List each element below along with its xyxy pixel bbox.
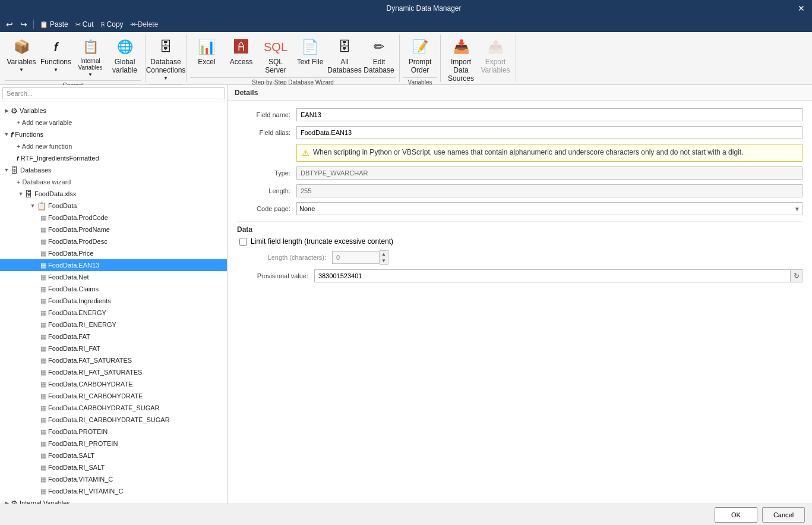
sql-server-icon: SQL [266,37,285,56]
import-icon: 📥 [451,37,470,56]
edit-database-button[interactable]: ✏ Edit Database [362,34,396,76]
field-icon-prodname: ▦ [40,226,46,234]
database-connections-button[interactable]: 🗄 Database Connections ▼ [149,34,182,83]
close-button[interactable]: ✕ [795,2,807,14]
add-new-function[interactable]: + Add new function [0,140,227,152]
import-data-sources-button[interactable]: 📥 Import Data Sources [444,34,478,84]
field-carb-sugar[interactable]: ▦ FoodData.CARBOHYDRATE_SUGAR [0,402,227,414]
functions-toggle: ▼ [2,131,11,137]
type-input[interactable] [296,166,802,180]
field-fat-saturates[interactable]: ▦ FoodData.FAT_SATURATES [0,354,227,366]
field-price[interactable]: ▦ FoodData.Price [0,247,227,259]
limit-field-label: Limit field length (truncate excessive c… [251,237,393,246]
variables-toggle: ▶ [2,108,11,114]
access-button[interactable]: 🅰 Access [225,34,258,70]
export-icon: 📤 [486,37,505,56]
fooddata-table-icon: 📋 [37,202,46,210]
field-salt[interactable]: ▦ FoodData.SALT [0,449,227,461]
global-variable-button[interactable]: 🌐 Global variable [108,34,141,76]
field-ingredients[interactable]: ▦ FoodData.Ingredients [0,295,227,307]
text-file-button[interactable]: 📄 Text File [293,34,327,70]
undo-button[interactable]: ↩ [4,18,15,30]
field-fat[interactable]: ▦ FoodData.FAT [0,331,227,342]
text-file-icon: 📄 [301,37,320,56]
field-icon-ri-carb: ▦ [40,392,46,400]
field-claims[interactable]: ▦ FoodData.Claims [0,283,227,295]
limit-field-checkbox[interactable] [239,238,247,246]
field-prodname[interactable]: ▦ FoodData.ProdName [0,224,227,235]
bottom-bar: OK Cancel [0,504,812,525]
fooddata-table-label: FoodData [48,202,77,209]
length-chars-input[interactable] [332,251,380,264]
add-function-label: + Add new function [17,143,72,150]
search-input[interactable] [2,87,225,99]
prompt-order-icon: 📝 [410,37,429,56]
field-icon-ean13: ▦ [40,262,46,269]
provisional-input[interactable] [314,269,791,282]
field-ri-carb-sugar[interactable]: ▦ FoodData.RI_CARBOHYDRATE_SUGAR [0,414,227,426]
field-ean13[interactable]: ▦ FoodData.EAN13 [0,259,227,271]
provisional-refresh-button[interactable]: ↻ [791,269,802,282]
field-icon-ri-vitamin-c: ▦ [40,488,46,495]
access-label: Access [230,58,253,66]
excel-button[interactable]: 📊 Excel [190,34,223,70]
tree-variables[interactable]: ▶ ⚙ Variables [0,105,227,117]
field-vitamin-c[interactable]: ▦ FoodData.VITAMIN_C [0,473,227,485]
field-ri-protein[interactable]: ▦ FoodData.RI_PROTEIN [0,438,227,449]
field-prodcode[interactable]: ▦ FoodData.ProdCode [0,212,227,224]
field-ri-fat[interactable]: ▦ FoodData.RI_FAT [0,342,227,354]
field-carbohydrate[interactable]: ▦ FoodData.CARBOHYDRATE [0,378,227,390]
rtf-function-node[interactable]: f RTF_IngredientsFormatted [0,152,227,164]
all-databases-button[interactable]: 🗄 All Databases [328,34,361,76]
field-ri-carbohydrate[interactable]: ▦ FoodData.RI_CARBOHYDRATE [0,390,227,402]
tree-internal-variables[interactable]: ▶ ⚙ Internal Variables [0,497,227,504]
db-wizard-node[interactable]: + Database wizard [0,176,227,188]
export-variables-button[interactable]: 📤 Export Variables [479,34,512,76]
spinner-up[interactable]: ▲ [380,251,388,257]
tree-databases[interactable]: ▼ 🗄 Databases [0,164,227,176]
variables-button[interactable]: 📦 Variables ▼ [5,34,38,74]
redo-button[interactable]: ↪ [18,18,30,30]
length-input[interactable] [296,184,802,197]
quick-access-toolbar: ↩ ↪ 📋 Paste ✂ Cut ⎘ Copy ✕ Delete [0,17,812,32]
provisional-row: Provisional value: ↻ [237,269,802,282]
field-ri-salt[interactable]: ▦ FoodData.RI_SALT [0,461,227,473]
internal-variables-button[interactable]: 📋 Internal Variables ▼ [74,34,107,79]
details-body: Field name: Field alias: ⚠ When scriptin… [228,101,812,504]
tree-functions[interactable]: ▼ f Functions [0,128,227,140]
spinner-down[interactable]: ▼ [380,257,388,264]
databases-tree-label: Databases [20,166,52,174]
field-energy[interactable]: ▦ FoodData.ENERGY [0,307,227,319]
databases-toggle: ▼ [2,167,11,173]
field-proddesc[interactable]: ▦ FoodData.ProdDesc [0,235,227,247]
variables-group-label: Variables [403,77,437,86]
code-page-select[interactable]: None [296,202,802,215]
field-icon-proddesc: ▦ [40,238,46,246]
field-ri-fat-saturates[interactable]: ▦ FoodData.RI_FAT_SATURATES [0,366,227,378]
field-ri-vitamin-c[interactable]: ▦ FoodData.RI_VITAMIN_C [0,485,227,497]
fooddata-file-node[interactable]: ▼ 🗄 FoodData.xlsx [0,188,227,200]
functions-label: Functions [40,58,71,66]
ribbon-group-variables: 📝 Prompt Order Variables [400,34,441,82]
field-net[interactable]: ▦ FoodData.Net [0,271,227,283]
field-protein[interactable]: ▦ FoodData.PROTEIN [0,426,227,438]
copy-button[interactable]: ⎘ Copy [99,19,126,30]
functions-button[interactable]: f Functions ▼ [39,34,72,74]
field-alias-input[interactable] [296,126,802,139]
add-new-variable[interactable]: + Add new variable [0,117,227,128]
length-chars-label: Length (characters): [237,254,332,261]
delete-button[interactable]: ✕ Delete [128,19,161,30]
field-name-input[interactable] [296,108,802,121]
ok-button[interactable]: OK [715,507,757,523]
paste-button[interactable]: 📋 Paste [37,19,71,30]
field-icon-energy: ▦ [40,309,46,317]
prompt-order-button[interactable]: 📝 Prompt Order [403,34,437,76]
cut-button[interactable]: ✂ Cut [73,19,96,30]
warning-row: ⚠ When scripting in Python or VBScript, … [296,144,802,162]
fooddata-table-node[interactable]: ▼ 📋 FoodData [0,200,227,212]
field-ri-energy[interactable]: ▦ FoodData.RI_ENERGY [0,319,227,331]
cancel-button[interactable]: Cancel [762,507,805,523]
field-icon-ri-carb-sugar: ▦ [40,416,46,424]
field-icon-prodcode: ▦ [40,214,46,222]
sql-server-button[interactable]: SQL SQL Server [259,34,292,76]
